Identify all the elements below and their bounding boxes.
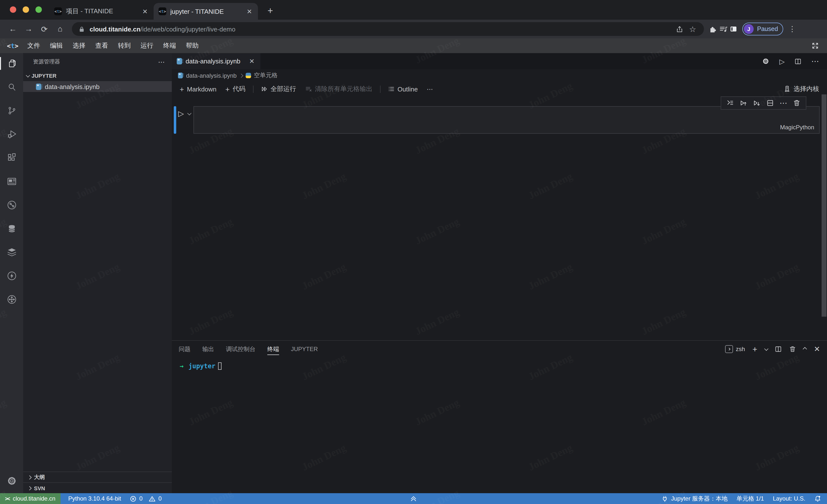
- profile-button[interactable]: J Paused: [742, 22, 783, 36]
- notifications-bell-icon[interactable]: [814, 495, 821, 502]
- run-debug-icon[interactable]: [0, 128, 23, 141]
- panel-tab-debug-console[interactable]: 调试控制台: [226, 341, 255, 357]
- thunder-client-icon[interactable]: [0, 270, 23, 282]
- file-item-notebook[interactable]: data-analysis.ipynb: [23, 81, 172, 92]
- sidebar-section-jupyter[interactable]: JUPYTER: [23, 70, 172, 81]
- layers-stack-icon[interactable]: [0, 246, 23, 259]
- menu-selection[interactable]: 选择: [68, 41, 90, 50]
- extensions-puzzle-icon[interactable]: [709, 25, 717, 33]
- sidebar-section-outline[interactable]: 大纲: [23, 471, 172, 482]
- menu-help[interactable]: 帮助: [181, 41, 203, 50]
- home-icon[interactable]: ⌂: [53, 22, 67, 36]
- panel-tab-output[interactable]: 输出: [202, 341, 214, 357]
- editor-tab-notebook[interactable]: data-analysis.ipynb ✕: [172, 53, 260, 69]
- panel-tab-terminal[interactable]: 终端: [267, 341, 279, 357]
- close-tab-icon[interactable]: ✕: [141, 8, 149, 15]
- sidebar-section-svn[interactable]: SVN: [23, 482, 172, 493]
- search-icon[interactable]: [0, 80, 23, 94]
- layout-status[interactable]: Layout: U.S.: [773, 495, 805, 502]
- menu-edit[interactable]: 编辑: [45, 41, 68, 50]
- menu-go[interactable]: 转到: [113, 41, 136, 50]
- explorer-sidebar: 资源管理器 ⋯ JUPYTER data-analysis.ipynb 大纲 S…: [23, 53, 172, 493]
- chevron-down-icon: [26, 73, 30, 77]
- python-interpreter-status[interactable]: Python 3.10.4 64-bit: [68, 495, 121, 502]
- menu-terminal[interactable]: 终端: [158, 41, 181, 50]
- notebook-scrollbar[interactable]: [822, 95, 827, 317]
- zoom-window-button[interactable]: [36, 6, 42, 13]
- delete-cell-icon[interactable]: [790, 97, 804, 109]
- close-window-button[interactable]: [10, 6, 16, 13]
- menu-file[interactable]: 文件: [22, 41, 45, 50]
- split-editor-icon[interactable]: [794, 58, 801, 65]
- source-control-icon[interactable]: [0, 104, 23, 117]
- reading-list-icon[interactable]: [719, 25, 728, 33]
- reload-icon[interactable]: ⟳: [37, 22, 51, 36]
- sidebar-header: 资源管理器 ⋯: [23, 53, 172, 70]
- explorer-icon[interactable]: [0, 57, 23, 70]
- fullscreen-icon[interactable]: [811, 42, 822, 50]
- toolbar-more-actions-icon[interactable]: ⋯: [423, 85, 437, 93]
- back-icon[interactable]: ←: [6, 22, 20, 36]
- terminal-shell-selector[interactable]: zsh: [725, 345, 745, 353]
- extensions-icon[interactable]: [0, 152, 23, 164]
- run-all-button[interactable]: 全部运行: [257, 85, 300, 94]
- python-icon: [245, 73, 251, 78]
- expand-panel-chevrons-icon[interactable]: [409, 493, 418, 504]
- terminal-content[interactable]: →jupyter: [172, 357, 827, 493]
- cell-editor[interactable]: MagicPython: [193, 106, 820, 134]
- cell-position-status[interactable]: 单元格 1/1: [736, 494, 764, 503]
- share-icon[interactable]: [676, 25, 683, 33]
- address-bar[interactable]: cloud.titanide.cn/ide/web/coding/jupyter…: [72, 22, 704, 36]
- maximize-panel-icon[interactable]: [803, 347, 807, 351]
- warning-icon: [148, 495, 155, 502]
- run-icon[interactable]: ▷: [779, 57, 785, 65]
- web-preview-icon[interactable]: [0, 175, 23, 188]
- jupyter-server-status[interactable]: Jupyter 服务器：本地: [662, 494, 728, 503]
- run-by-line-icon[interactable]: [724, 97, 737, 109]
- split-cell-icon[interactable]: [764, 97, 777, 109]
- plug-icon: [662, 495, 668, 502]
- run-cell-icon[interactable]: ▷: [178, 109, 184, 118]
- git-graph-icon[interactable]: [0, 199, 23, 212]
- cell-language-label[interactable]: MagicPython: [780, 124, 814, 131]
- remote-indicator[interactable]: >< cloud.titanide.cn: [0, 493, 60, 504]
- forward-icon[interactable]: →: [22, 22, 36, 36]
- execute-above-icon[interactable]: [737, 97, 750, 109]
- menu-view[interactable]: 查看: [90, 41, 113, 50]
- close-tab-icon[interactable]: ✕: [246, 8, 253, 15]
- browser-menu-icon[interactable]: ⋮: [785, 22, 799, 36]
- close-panel-icon[interactable]: ✕: [814, 345, 820, 353]
- kill-terminal-icon[interactable]: [789, 346, 796, 352]
- bookmark-star-icon[interactable]: ☆: [688, 22, 697, 36]
- panel-tab-problems[interactable]: 问题: [179, 341, 191, 357]
- minimize-window-button[interactable]: [22, 6, 29, 13]
- run-cell-dropdown-icon[interactable]: [187, 111, 191, 115]
- select-kernel-button[interactable]: 选择内核: [784, 85, 827, 94]
- cell-more-actions-icon[interactable]: ⋯: [777, 97, 790, 109]
- notebook-settings-gear-icon[interactable]: [762, 58, 769, 65]
- workbench: 资源管理器 ⋯ JUPYTER data-analysis.ipynb 大纲 S…: [0, 53, 827, 493]
- terminal-dropdown-icon[interactable]: [765, 347, 769, 351]
- add-code-button[interactable]: + 代码: [221, 85, 249, 94]
- browser-tab-project[interactable]: <t> 项目 - TITANIDE ✕: [49, 3, 154, 20]
- panel-tab-jupyter[interactable]: JUPYTER: [291, 341, 318, 357]
- split-terminal-icon[interactable]: [775, 346, 782, 352]
- database-icon[interactable]: [0, 222, 23, 235]
- breadcrumb-cell[interactable]: 空单元格: [254, 71, 277, 80]
- close-editor-icon[interactable]: ✕: [248, 58, 255, 65]
- editor-more-actions-icon[interactable]: ⋯: [811, 57, 819, 66]
- new-tab-button[interactable]: +: [263, 3, 278, 18]
- gateway-icon[interactable]: [0, 293, 23, 306]
- breadcrumb-file[interactable]: data-analysis.ipynb: [186, 72, 237, 79]
- browser-tab-jupyter[interactable]: <t> jupyter - TITANIDE ✕: [154, 3, 258, 20]
- menu-run[interactable]: 运行: [136, 41, 158, 50]
- problems-status[interactable]: 0 0: [130, 495, 162, 502]
- outline-button[interactable]: Outline: [384, 85, 422, 93]
- new-terminal-icon[interactable]: +: [752, 345, 757, 353]
- add-markdown-button[interactable]: + Markdown: [176, 85, 220, 93]
- execute-below-icon[interactable]: [750, 97, 764, 109]
- manage-gear-icon[interactable]: [0, 474, 23, 487]
- side-panel-icon[interactable]: [730, 25, 737, 33]
- chevron-right-icon: [28, 486, 32, 490]
- explorer-more-actions-icon[interactable]: ⋯: [158, 58, 165, 66]
